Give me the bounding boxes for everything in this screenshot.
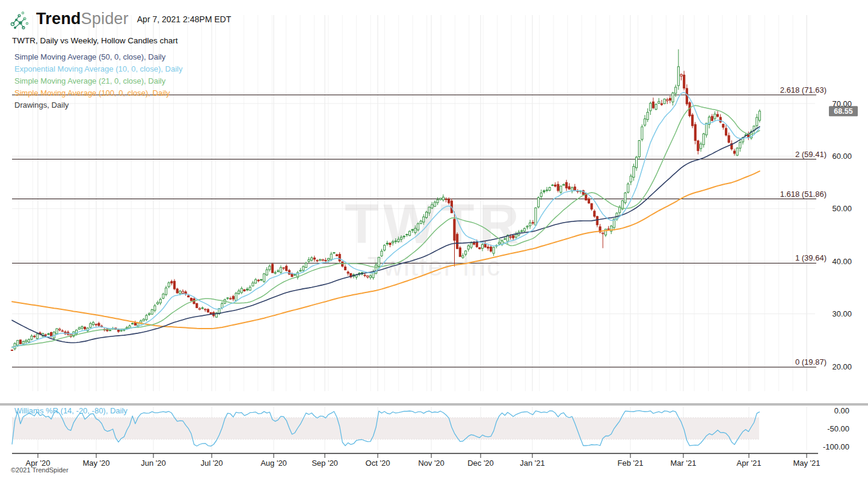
- candle-body: [633, 167, 635, 178]
- candle-body: [577, 191, 579, 192]
- price-axis[interactable]: 70.0060.0050.0040.0030.0020.000.00-50.00…: [823, 99, 852, 451]
- candle-body: [244, 289, 245, 291]
- candle-body: [322, 259, 324, 261]
- legend-item-2[interactable]: Simple Moving Average (21, 0, close), Da…: [14, 75, 182, 87]
- candle-body: [78, 328, 80, 329]
- candle-body: [19, 340, 21, 344]
- legend-item-4[interactable]: Drawings, Daily: [14, 99, 182, 111]
- time-axis-label: Feb '21: [618, 459, 644, 468]
- candle-body: [137, 323, 139, 326]
- candle-body: [660, 104, 662, 105]
- candle-body: [381, 251, 383, 256]
- candle-body: [227, 298, 229, 298]
- candle-body: [403, 236, 405, 237]
- candle-body: [347, 272, 349, 273]
- candle-body: [311, 258, 313, 260]
- candle-body: [252, 283, 254, 286]
- candle-body: [120, 330, 122, 331]
- candle-body: [254, 280, 256, 283]
- candle-body: [364, 275, 366, 276]
- candle-body: [588, 199, 589, 203]
- candle-body: [401, 237, 402, 239]
- brand-wordmark: TrendSpider: [36, 8, 129, 29]
- candle-body: [59, 329, 61, 330]
- candle-body: [146, 315, 147, 320]
- candle-body: [303, 267, 304, 270]
- candle-body: [154, 306, 156, 311]
- candle-body: [207, 309, 209, 312]
- legend-item-1[interactable]: Exponential Moving Average (10, 0, close…: [14, 63, 182, 75]
- candle-body: [84, 327, 86, 329]
- candle-body: [22, 342, 24, 344]
- candle-body: [487, 247, 489, 248]
- candle-body: [467, 246, 469, 250]
- candle-body: [95, 324, 97, 325]
- candle-body: [202, 308, 203, 309]
- candle-body: [232, 297, 234, 299]
- candle-body: [476, 242, 478, 247]
- time-axis-label: Jan '21: [520, 459, 545, 468]
- candle-body: [683, 75, 685, 88]
- trendspider-logo-icon: [8, 11, 31, 32]
- candle-body: [277, 271, 279, 271]
- candle-body: [650, 104, 651, 111]
- candle-body: [722, 125, 724, 128]
- price-axis-label: 30.00: [832, 309, 852, 318]
- candle-body: [235, 293, 237, 300]
- williams-axis-label: -100.00: [823, 442, 849, 451]
- candle-body: [425, 212, 427, 218]
- candle-body: [313, 258, 315, 259]
- time-axis-label: Sep '20: [312, 459, 338, 468]
- candle-body: [437, 200, 439, 203]
- candle-body: [188, 296, 189, 297]
- candle-body: [717, 114, 719, 117]
- candle-body: [143, 319, 144, 321]
- candle-body: [543, 191, 545, 192]
- candle-body: [526, 226, 528, 227]
- candle-body: [330, 254, 332, 259]
- indicator-legend: Simple Moving Average (50, 0, close), Da…: [14, 51, 182, 111]
- candle-body: [697, 141, 699, 150]
- time-axis[interactable]: Apr '20May '20Jun '20Jul '20Aug '20Sep '…: [12, 454, 820, 468]
- candle-body: [90, 324, 91, 327]
- candle-body: [117, 330, 119, 332]
- candle-body: [675, 87, 677, 93]
- candle-body: [173, 281, 175, 289]
- candle-body: [736, 148, 738, 155]
- candle-body: [157, 303, 159, 304]
- candle-body: [260, 279, 262, 280]
- candle-body: [694, 125, 696, 141]
- candle-body: [378, 258, 380, 267]
- legend-item-0[interactable]: Simple Moving Average (50, 0, close), Da…: [14, 51, 182, 63]
- candle-body: [140, 321, 142, 323]
- candle-body: [512, 236, 514, 238]
- time-axis-label: Apr '21: [737, 459, 762, 468]
- candle-body: [647, 113, 648, 120]
- candle-body: [190, 298, 192, 300]
- candle-body: [521, 231, 523, 232]
- candle-body: [602, 233, 604, 234]
- time-axis-label: Jun '20: [141, 459, 166, 468]
- candle-body: [283, 268, 285, 268]
- candle-body: [28, 339, 29, 342]
- candle-body: [652, 102, 654, 108]
- candle-body: [238, 291, 240, 293]
- time-axis-label: Dec '20: [467, 459, 494, 468]
- candle-body: [45, 335, 46, 335]
- candle-body: [663, 99, 665, 104]
- candle-body: [176, 289, 178, 293]
- candle-body: [515, 235, 517, 238]
- candle-body: [230, 298, 232, 299]
- candle-body: [538, 198, 540, 207]
- candle-body: [367, 276, 369, 277]
- candle-body: [34, 336, 35, 337]
- candle-body: [759, 111, 760, 120]
- candle-body: [557, 184, 559, 190]
- candle-body: [596, 217, 598, 225]
- candle-body: [728, 135, 730, 142]
- candle-body: [414, 228, 416, 232]
- header: TrendSpider Apr 7, 2021 2:48PM EDT: [8, 8, 231, 32]
- candle-body: [308, 260, 310, 262]
- legend-item-3[interactable]: Simple Moving Average (100, 0, close), D…: [14, 87, 182, 99]
- candle-body: [149, 314, 150, 315]
